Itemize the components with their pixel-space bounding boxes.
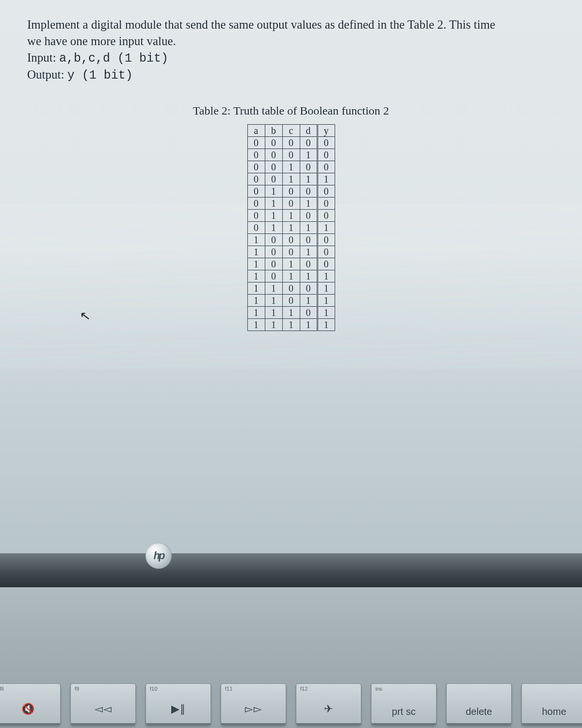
table-cell: 0 xyxy=(300,210,317,222)
table-cell: 1 xyxy=(265,295,282,307)
problem-line-2: we have one more input value. xyxy=(27,33,555,50)
table-cell: 1 xyxy=(300,246,317,258)
table-cell: 0 xyxy=(317,149,335,161)
table-cell: 1 xyxy=(300,222,317,234)
table-row: 11111 xyxy=(247,319,335,331)
key-mute-down[interactable]: f8🔇 xyxy=(0,683,61,725)
table-row: 01010 xyxy=(247,198,335,210)
table-cell: 1 xyxy=(300,149,317,161)
table-cell: 0 xyxy=(265,137,282,149)
table-cell: 1 xyxy=(265,307,282,319)
table-cell: 1 xyxy=(282,222,300,234)
table-body: 0000000010001000011101000010100110001111… xyxy=(247,137,335,331)
table-cell: 0 xyxy=(247,185,265,198)
table-cell: 1 xyxy=(317,270,335,282)
table-cell: 0 xyxy=(265,234,282,246)
table-cell: 1 xyxy=(247,295,265,307)
input-label: Input: xyxy=(27,51,59,64)
table-cell: 1 xyxy=(282,307,300,319)
table-cell: 0 xyxy=(300,161,317,173)
key-main-label: delete xyxy=(447,706,511,717)
problem-statement: Implement a digital module that send the… xyxy=(27,17,555,84)
table-cell: 0 xyxy=(282,149,300,161)
key-glyph-icon: ✈ xyxy=(296,703,361,715)
table-row: 01111 xyxy=(247,222,335,234)
table-cell: 1 xyxy=(247,234,265,246)
table-cell: 0 xyxy=(317,185,335,198)
table-header-cell: a xyxy=(247,125,265,137)
table-row: 00010 xyxy=(247,149,335,161)
truth-table: abcdy 0000000010001000011101000010100110… xyxy=(247,124,335,331)
table-cell: 0 xyxy=(265,149,282,161)
table-cell: 1 xyxy=(247,270,265,282)
table-row: 11101 xyxy=(247,307,335,319)
table-cell: 0 xyxy=(265,258,282,270)
key-airplane[interactable]: f12✈ xyxy=(296,683,361,725)
table-cell: 1 xyxy=(317,282,335,295)
table-row: 01100 xyxy=(247,210,335,222)
output-label: Output: xyxy=(27,68,67,81)
table-cell: 1 xyxy=(282,319,300,331)
table-cell: 1 xyxy=(265,185,282,198)
table-cell: 0 xyxy=(247,210,265,222)
table-cell: 0 xyxy=(300,282,317,295)
key-next-track[interactable]: f11▻▻ xyxy=(221,683,286,725)
key-small-label: f12 xyxy=(300,686,307,692)
key-glyph-icon: ◅◅ xyxy=(71,703,135,715)
key-play-pause[interactable]: f10▶∥ xyxy=(146,683,211,725)
table-cell: 1 xyxy=(300,173,317,185)
table-cell: 0 xyxy=(282,234,300,246)
table-header-cell: b xyxy=(265,125,282,137)
table-cell: 0 xyxy=(265,161,282,173)
table-cell: 1 xyxy=(247,246,265,258)
table-cell: 0 xyxy=(265,246,282,258)
table-cell: 0 xyxy=(317,210,335,222)
key-delete[interactable]: delete xyxy=(446,683,512,725)
mouse-cursor-icon: ↖ xyxy=(79,308,92,325)
table-row: 01000 xyxy=(247,185,335,198)
key-home[interactable]: home xyxy=(521,683,582,725)
table-cell: 0 xyxy=(317,198,335,210)
output-line: Output: y (1 bit) xyxy=(27,66,555,84)
table-cell: 0 xyxy=(317,137,335,149)
table-cell: 1 xyxy=(265,198,282,210)
table-cell: 0 xyxy=(247,198,265,210)
table-cell: 0 xyxy=(300,185,317,198)
keyboard-strip: f8🔇f9◅◅f10▶∥f11▻▻f12✈insprt scdeletehome xyxy=(0,587,582,728)
table-cell: 0 xyxy=(300,307,317,319)
table-cell: 1 xyxy=(300,319,317,331)
table-cell: 0 xyxy=(247,149,265,161)
table-cell: 1 xyxy=(282,270,300,282)
table-cell: 0 xyxy=(282,282,300,295)
key-small-label: f9 xyxy=(75,686,79,692)
table-row: 00111 xyxy=(247,173,335,185)
table-row: 10111 xyxy=(247,270,335,282)
table-cell: 0 xyxy=(265,173,282,185)
table-cell: 0 xyxy=(282,137,300,149)
laptop-bezel xyxy=(0,553,582,587)
table-row: 10000 xyxy=(247,234,335,246)
table-cell: 1 xyxy=(265,319,282,331)
table-cell: 0 xyxy=(247,137,265,149)
key-glyph-icon: 🔇 xyxy=(0,703,60,715)
table-cell: 0 xyxy=(282,295,300,307)
table-cell: 1 xyxy=(247,319,265,331)
key-prev-track[interactable]: f9◅◅ xyxy=(70,683,136,725)
table-cell: 1 xyxy=(300,295,317,307)
table-cell: 0 xyxy=(300,137,317,149)
table-cell: 1 xyxy=(282,258,300,270)
table-cell: 0 xyxy=(247,161,265,173)
table-cell: 0 xyxy=(317,161,335,173)
key-main-label: home xyxy=(522,706,582,717)
table-cell: 0 xyxy=(300,234,317,246)
key-print-screen[interactable]: insprt sc xyxy=(371,683,436,725)
table-cell: 1 xyxy=(317,173,335,185)
table-cell: 0 xyxy=(247,222,265,234)
key-small-label: f11 xyxy=(225,686,232,692)
key-glyph-icon: ▶∥ xyxy=(146,703,210,715)
table-row: 00100 xyxy=(247,161,335,173)
table-header-cell: c xyxy=(282,125,300,137)
table-cell: 1 xyxy=(247,258,265,270)
table-header-cell: d xyxy=(300,125,317,137)
table-cell: 0 xyxy=(317,246,335,258)
